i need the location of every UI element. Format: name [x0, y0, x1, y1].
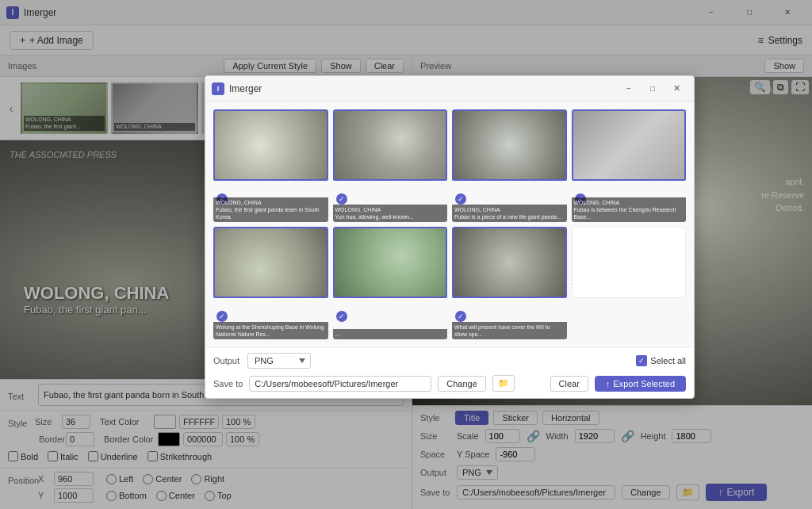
modal-title-bar: I Imerger − □ ✕: [205, 76, 694, 101]
modal-image-5[interactable]: ✓ Wolong at the Shenshuping Base in Wolo…: [213, 227, 328, 339]
check-badge-3: ✓: [455, 193, 466, 205]
modal-output-label: Output: [213, 356, 239, 365]
select-all-label: Select all: [650, 356, 686, 365]
caption-2: WOLONG, CHINAYun hua, allowing, well-kno…: [333, 205, 448, 222]
modal-title-left: I Imerger: [212, 82, 262, 95]
modal-image-1[interactable]: ✓ WOLONG, CHINAFubao, the first giant pa…: [213, 109, 328, 222]
modal-maximize-button[interactable]: □: [642, 79, 664, 98]
modal-app-icon: I: [212, 82, 224, 95]
modal-minimize-button[interactable]: −: [618, 79, 640, 98]
modal-image-3[interactable]: ✓ WOLONG, CHINAFubao is a piece of a new…: [452, 109, 567, 222]
check-badge-2: ✓: [336, 193, 347, 205]
imerger-modal: I Imerger − □ ✕ ✓ WOLONG, CHINAFubao, th…: [205, 75, 695, 399]
caption-6: ...: [333, 329, 448, 339]
modal-overlay: I Imerger − □ ✕ ✓ WOLONG, CHINAFubao, th…: [0, 0, 812, 509]
caption-4: WOLONG, CHINAFubao is between the Chengd…: [572, 197, 687, 222]
caption-7: What will present have cover the MII to …: [452, 322, 567, 339]
modal-folder-button[interactable]: 📁: [492, 375, 515, 392]
modal-window-controls: − □ ✕: [618, 79, 688, 98]
modal-export-label: Export Selected: [613, 379, 675, 388]
check-badge-7: ✓: [455, 311, 466, 322]
modal-clear-button[interactable]: Clear: [550, 376, 588, 392]
modal-output-select[interactable]: PNG JPG: [247, 353, 311, 369]
modal-save-path[interactable]: [249, 376, 431, 392]
modal-title: Imerger: [229, 83, 262, 94]
caption-3: WOLONG, CHINAFubao is a piece of a new l…: [452, 205, 567, 222]
modal-image-grid: ✓ WOLONG, CHINAFubao, the first giant pa…: [205, 101, 694, 347]
modal-export-button[interactable]: ↑ Export Selected: [595, 376, 686, 392]
modal-change-button[interactable]: Change: [438, 376, 486, 392]
modal-empty-cell: [572, 227, 687, 298]
modal-folder-icon: 📁: [498, 378, 509, 388]
modal-image-2[interactable]: ✓ WOLONG, CHINAYun hua, allowing, well-k…: [333, 109, 448, 222]
modal-close-button[interactable]: ✕: [665, 79, 688, 98]
modal-save-label: Save to: [213, 379, 243, 388]
caption-5: Wolong at the Shenshuping Base in Wolong…: [213, 322, 328, 339]
check-badge-6: ✓: [336, 311, 347, 322]
modal-upload-icon: ↑: [606, 379, 611, 388]
modal-footer-save-row: Save to Change 📁 Clear ↑ Export Selected: [205, 372, 694, 398]
check-badge-5: ✓: [216, 311, 228, 322]
modal-image-6[interactable]: ✓ ...: [333, 227, 448, 339]
modal-footer-output-row: Output PNG JPG ✓ Select all: [205, 347, 694, 372]
modal-image-4[interactable]: ✓ WOLONG, CHINAFubao is between the Chen…: [572, 109, 687, 222]
caption-1: WOLONG, CHINAFubao, the first giant pand…: [213, 197, 328, 222]
select-all-checkbox[interactable]: ✓ Select all: [636, 355, 686, 366]
select-all-check-icon: ✓: [636, 355, 647, 366]
modal-image-7[interactable]: ✓ What will present have cover the MII t…: [452, 227, 567, 339]
